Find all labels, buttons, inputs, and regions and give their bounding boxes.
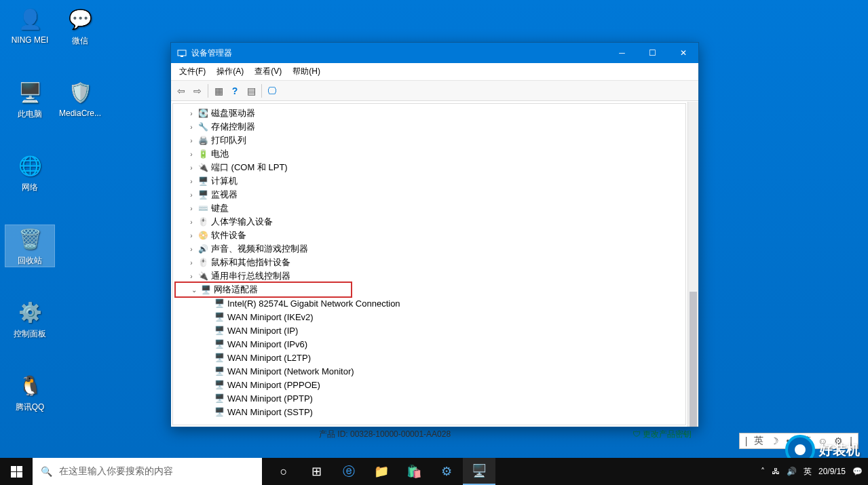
desktop-icon-此电脑[interactable]: 🖥️此电脑: [5, 79, 54, 120]
back-button[interactable]: ⇦: [174, 83, 189, 98]
icon-label: 此电脑: [5, 109, 54, 120]
expand-icon[interactable]: ›: [187, 110, 196, 117]
maximize-button[interactable]: ☐: [637, 43, 668, 63]
tree-item-磁盘驱动器[interactable]: ›💽磁盘驱动器: [173, 106, 685, 120]
forward-button[interactable]: ⇨: [190, 83, 205, 98]
settings-button[interactable]: ⚙: [430, 458, 463, 485]
expand-icon[interactable]: ›: [187, 259, 196, 267]
category-icon: 🖱️: [197, 257, 208, 268]
tray-date[interactable]: 20/9/15: [818, 467, 846, 476]
desktop-icon-NING MEI[interactable]: 👤NING MEI: [5, 5, 54, 45]
category-icon: 🖥️: [197, 189, 208, 200]
category-icon: 📀: [197, 230, 208, 241]
expand-icon[interactable]: ›: [187, 137, 196, 144]
adapter-WAN Miniport (PPTP)[interactable]: 🖥️WAN Miniport (PPTP): [173, 391, 685, 405]
icon-label: MediaCre...: [56, 109, 105, 118]
tree-item-键盘[interactable]: ›⌨️键盘: [173, 201, 685, 215]
change-key-link[interactable]: 🛡 更改产品密钥: [633, 429, 692, 440]
expand-icon[interactable]: ›: [187, 246, 196, 253]
taskbar: 🔍 在这里输入你要搜索的内容 ○ ⊞ ⓔ 📁 🛍️ ⚙ 🖥️ ˄ 🖧 🔊 英 2…: [0, 458, 868, 485]
menu-文件(F)[interactable]: 文件(F): [174, 63, 211, 80]
expand-icon[interactable]: ›: [187, 191, 196, 199]
explorer-button[interactable]: 📁: [365, 458, 398, 485]
search-box[interactable]: 🔍 在这里输入你要搜索的内容: [33, 458, 262, 485]
adapter-Intel(R) 82574L Gigabit Network Connection[interactable]: 🖥️Intel(R) 82574L Gigabit Network Connec…: [173, 296, 685, 310]
watermark-text: 好装机: [819, 441, 860, 459]
expand-icon[interactable]: ›: [187, 273, 196, 280]
category-label: 通用串行总线控制器: [211, 270, 290, 282]
category-label: 存储控制器: [211, 121, 255, 133]
adapter-WAN Miniport (IP)[interactable]: 🖥️WAN Miniport (IP): [173, 324, 685, 337]
close-button[interactable]: ✕: [668, 43, 698, 63]
adapter-WAN Miniport (IPv6)[interactable]: 🖥️WAN Miniport (IPv6): [173, 337, 685, 351]
minimize-button[interactable]: ─: [607, 43, 637, 63]
tree-item-network-adapters[interactable]: ⌄🖥️网络适配器: [176, 283, 351, 296]
ime-item[interactable]: |: [745, 435, 748, 446]
tree-item-通用串行总线控制器[interactable]: ›🔌通用串行总线控制器: [173, 269, 685, 283]
tree-item-人体学输入设备[interactable]: ›🖱️人体学输入设备: [173, 215, 685, 229]
expand-icon[interactable]: ›: [187, 123, 196, 131]
desktop-icon-腾讯QQ[interactable]: 🐧腾讯QQ: [5, 372, 54, 413]
show-button[interactable]: ▤: [244, 83, 259, 98]
desktop-icon-网络[interactable]: 🌐网络: [5, 152, 54, 193]
help-button[interactable]: ?: [227, 83, 242, 98]
tray-notifications-icon[interactable]: 💬: [852, 467, 863, 476]
tree-item-声音、视频和游戏控制器[interactable]: ›🔊声音、视频和游戏控制器: [173, 242, 685, 256]
tree-item-监视器[interactable]: ›🖥️监视器: [173, 188, 685, 201]
separator: [208, 84, 208, 98]
adapter-WAN Miniport (SSTP)[interactable]: 🖥️WAN Miniport (SSTP): [173, 405, 685, 419]
expand-icon[interactable]: ›: [187, 164, 196, 172]
scan-button[interactable]: 🖵: [265, 83, 280, 98]
titlebar[interactable]: 设备管理器 ─ ☐ ✕: [171, 43, 698, 63]
adapter-WAN Miniport (IKEv2)[interactable]: 🖥️WAN Miniport (IKEv2): [173, 310, 685, 324]
tree-area: ›💽磁盘驱动器›🔧存储控制器›🖨️打印队列›🔋电池›🔌端口 (COM 和 LPT…: [171, 101, 698, 427]
category-label: 计算机: [211, 175, 238, 187]
devmgr-taskbar-button[interactable]: 🖥️: [463, 458, 495, 485]
collapse-icon[interactable]: ⌄: [189, 286, 199, 294]
adapter-WAN Miniport (PPPOE)[interactable]: 🖥️WAN Miniport (PPPOE): [173, 378, 685, 391]
store-button[interactable]: 🛍️: [398, 458, 430, 485]
expand-icon[interactable]: ›: [187, 218, 196, 226]
product-id-text: 产品 ID: 00328-10000-00001-AA028: [319, 429, 451, 440]
ime-item[interactable]: ☽: [770, 435, 779, 446]
start-button[interactable]: [0, 458, 33, 485]
edge-button[interactable]: ⓔ: [333, 458, 365, 485]
scrollbar[interactable]: [687, 102, 698, 427]
expand-icon[interactable]: ›: [187, 232, 196, 239]
expand-icon[interactable]: ›: [187, 151, 196, 158]
tree-item-存储控制器[interactable]: ›🔧存储控制器: [173, 120, 685, 134]
cortana-button[interactable]: ○: [267, 458, 300, 485]
ime-item[interactable]: 英: [754, 435, 763, 447]
device-tree[interactable]: ›💽磁盘驱动器›🔧存储控制器›🖨️打印队列›🔋电池›🔌端口 (COM 和 LPT…: [172, 103, 686, 425]
category-icon: 🖨️: [197, 135, 208, 146]
tree-item-电池[interactable]: ›🔋电池: [173, 147, 685, 161]
menu-操作(A)[interactable]: 操作(A): [211, 63, 249, 80]
tray-chevron[interactable]: ˄: [761, 467, 765, 476]
desktop-icon-控制面板[interactable]: ⚙️控制面板: [5, 298, 54, 340]
menu-查看(V)[interactable]: 查看(V): [249, 63, 287, 80]
tree-item-鼠标和其他指针设备[interactable]: ›🖱️鼠标和其他指针设备: [173, 256, 685, 269]
search-icon: 🔍: [41, 466, 52, 477]
expand-icon[interactable]: ›: [187, 205, 196, 212]
category-label: 电池: [211, 148, 229, 160]
tree-item-端口 (COM 和 LPT)[interactable]: ›🔌端口 (COM 和 LPT): [173, 161, 685, 174]
tray-ime[interactable]: 英: [804, 466, 812, 478]
scrollbar-thumb[interactable]: [690, 292, 697, 427]
expand-icon[interactable]: ›: [187, 178, 196, 185]
tree-item-计算机[interactable]: ›🖥️计算机: [173, 174, 685, 188]
tray-network-icon[interactable]: 🖧: [772, 467, 780, 476]
adapter-WAN Miniport (L2TP)[interactable]: 🖥️WAN Miniport (L2TP): [173, 351, 685, 364]
menu-帮助(H)[interactable]: 帮助(H): [287, 63, 326, 80]
icon-label: 腾讯QQ: [5, 402, 54, 413]
adapter-label: WAN Miniport (IP): [227, 326, 298, 336]
category-label: 磁盘驱动器: [211, 107, 255, 119]
desktop-icon-MediaCre...[interactable]: 🛡️MediaCre...: [56, 79, 105, 118]
tree-item-打印队列[interactable]: ›🖨️打印队列: [173, 134, 685, 147]
tree-item-软件设备[interactable]: ›📀软件设备: [173, 229, 685, 242]
adapter-WAN Miniport (Network Monitor)[interactable]: 🖥️WAN Miniport (Network Monitor): [173, 364, 685, 378]
tray-volume-icon[interactable]: 🔊: [787, 467, 797, 476]
desktop-icon-回收站[interactable]: 🗑️回收站: [5, 225, 54, 267]
desktop-icon-微信[interactable]: 💬微信: [56, 5, 105, 47]
properties-button[interactable]: ▦: [211, 83, 226, 98]
taskview-button[interactable]: ⊞: [300, 458, 333, 485]
